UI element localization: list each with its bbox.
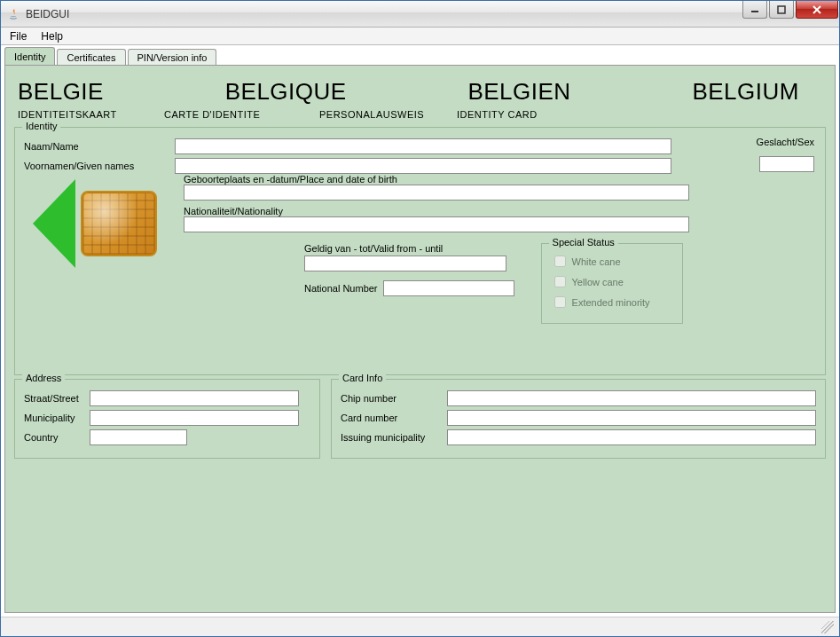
name-input[interactable]	[175, 138, 671, 154]
birth-input[interactable]	[184, 185, 689, 201]
card-info-fieldset: Card Info Chip number Card number Issuin…	[331, 379, 826, 459]
svg-rect-1	[778, 6, 785, 13]
java-icon	[6, 7, 20, 21]
birth-label: Geboorteplaats en -datum/Place and date …	[184, 174, 816, 185]
card-number-label: Card number	[341, 413, 447, 423]
extended-minority-checkbox[interactable]	[554, 296, 566, 308]
close-button[interactable]	[796, 1, 838, 19]
birth-nationality-block: Geboorteplaats en -datum/Place and date …	[184, 174, 816, 232]
chip-icon	[81, 191, 157, 256]
doctype-en: IDENTITY CARD	[457, 109, 538, 120]
chip-number-label: Chip number	[341, 393, 447, 404]
window-controls	[742, 1, 839, 27]
country-input[interactable]	[90, 429, 187, 445]
tab-panel-identity: BELGIE BELGIQUE BELGIEN BELGIUM IDENTITE…	[4, 65, 836, 613]
special-status-fieldset: Special Status White cane Yellow cane Ex…	[541, 243, 683, 324]
doc-type-row: IDENTITEITSKAART CARTE D'IDENTITE PERSON…	[5, 109, 835, 123]
card-number-input[interactable]	[447, 410, 816, 426]
doctype-fr: CARTE D'IDENTITE	[164, 109, 319, 120]
window-title: BEIDGUI	[26, 8, 742, 20]
country-fr: BELGIQUE	[225, 78, 347, 106]
yellow-cane-label: Yellow cane	[572, 277, 624, 287]
country-label: Country	[24, 432, 90, 443]
doctype-de: PERSONALAUSWEIS	[319, 109, 457, 120]
app-window: BEIDGUI File Help Identity Certificates …	[0, 0, 840, 637]
menubar: File Help	[1, 28, 839, 45]
tab-certificates[interactable]: Certificates	[57, 49, 125, 66]
special-status-legend: Special Status	[549, 237, 618, 248]
resize-grip-icon[interactable]	[821, 621, 834, 633]
identity-fieldset: Identity Naam/Name Voornamen/Given names…	[14, 127, 826, 375]
yellow-cane-checkbox[interactable]	[554, 276, 566, 287]
national-number-input[interactable]	[383, 280, 514, 296]
sex-label: Geslacht/Sex	[757, 137, 814, 147]
valid-input[interactable]	[304, 256, 506, 271]
extended-minority-label: Extended minority	[572, 297, 650, 308]
titlebar[interactable]: BEIDGUI	[1, 1, 839, 28]
country-de: BELGIEN	[467, 78, 570, 106]
statusbar	[1, 617, 839, 636]
white-cane-label: White cane	[572, 256, 621, 267]
doctype-nl: IDENTITEITSKAART	[18, 109, 164, 120]
nationality-label: Nationaliteit/Nationality	[184, 206, 816, 216]
issuing-municipality-input[interactable]	[447, 429, 816, 445]
menu-help[interactable]: Help	[34, 28, 70, 44]
address-fieldset: Address Straat/Street Municipality Count…	[14, 379, 320, 459]
country-heading-row: BELGIE BELGIQUE BELGIEN BELGIUM	[5, 66, 835, 109]
identity-legend: Identity	[22, 121, 60, 131]
white-cane-checkbox[interactable]	[554, 256, 566, 267]
minimize-button[interactable]	[742, 1, 767, 19]
maximize-button[interactable]	[769, 1, 794, 19]
national-number-label: National Number	[304, 283, 378, 294]
country-en: BELGIUM	[692, 78, 799, 106]
menu-file[interactable]: File	[3, 28, 34, 44]
arrow-left-icon	[33, 179, 75, 268]
country-nl: BELGIE	[18, 78, 104, 106]
validity-block: Geldig van - tot/Valid from - until Nati…	[304, 243, 514, 324]
tab-pin-version[interactable]: PIN/Version info	[128, 49, 217, 66]
name-label: Naam/Name	[24, 141, 175, 152]
card-info-legend: Card Info	[339, 373, 386, 383]
nationality-input[interactable]	[184, 216, 689, 232]
street-input[interactable]	[90, 390, 299, 406]
issuing-municipality-label: Issuing municipality	[341, 432, 447, 443]
valid-label: Geldig van - tot/Valid from - until	[304, 243, 514, 254]
given-names-label: Voornamen/Given names	[24, 161, 175, 171]
address-legend: Address	[22, 373, 65, 383]
municipality-label: Municipality	[24, 413, 90, 423]
sex-input[interactable]	[759, 156, 814, 172]
given-names-input[interactable]	[175, 158, 671, 174]
municipality-input[interactable]	[90, 410, 299, 426]
tab-identity[interactable]: Identity	[4, 47, 55, 65]
street-label: Straat/Street	[24, 393, 90, 404]
sex-area: Geslacht/Sex	[757, 137, 814, 172]
chip-number-input[interactable]	[447, 390, 816, 406]
tabbar: Identity Certificates PIN/Version info	[1, 47, 839, 65]
